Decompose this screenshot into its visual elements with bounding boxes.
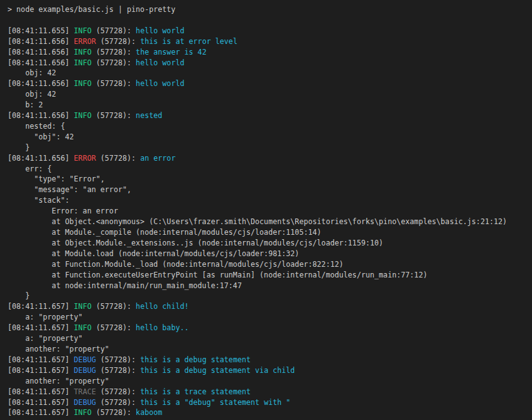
log-level: INFO <box>74 111 92 120</box>
log-detail-line: obj: 42 <box>8 89 532 100</box>
log-detail-line: another: "property" <box>8 344 532 355</box>
log-message: an error <box>140 154 175 163</box>
log-detail-line: "obj": 42 <box>8 132 532 143</box>
log-detail-line: "message": "an error", <box>8 185 532 195</box>
log-pid: (57728): <box>96 366 140 375</box>
log-timestamp: [08:41:11.656] <box>8 79 74 88</box>
log-line: [08:41:11.656] ERROR (57728): an error <box>8 153 532 164</box>
log-level: TRACE <box>74 387 96 396</box>
log-timestamp: [08:41:11.657] <box>8 355 74 364</box>
command-line: > node examples/basic.js | pino-pretty <box>8 4 532 15</box>
log-level: INFO <box>74 323 92 332</box>
log-detail-line: at Module._compile (node:internal/module… <box>8 227 532 238</box>
log-timestamp: [08:41:11.657] <box>8 366 74 375</box>
log-message: kaboom <box>136 408 162 417</box>
log-detail-line: at Module.load (node:internal/modules/cj… <box>8 249 532 259</box>
log-detail-line: b: 2 <box>8 100 532 110</box>
log-detail-line: } <box>8 143 532 153</box>
log-detail-line: nested: { <box>8 121 532 132</box>
log-detail-line: at Function.Module._load (node:internal/… <box>8 259 532 270</box>
log-pid: (57728): <box>92 323 136 332</box>
log-pid: (57728): <box>92 79 136 88</box>
log-timestamp: [08:41:11.657] <box>8 323 74 332</box>
log-timestamp: [08:41:11.657] <box>8 302 74 311</box>
log-pid: (57728): <box>92 26 136 35</box>
log-pid: (57728): <box>92 408 136 417</box>
log-level: INFO <box>74 58 92 67</box>
log-pid: (57728): <box>96 387 140 396</box>
log-detail-line: err: { <box>8 164 532 175</box>
log-pid: (57728): <box>96 154 140 163</box>
log-level: INFO <box>74 408 92 417</box>
log-detail-line: } <box>8 291 532 301</box>
log-pid: (57728): <box>92 302 136 311</box>
log-level: ERROR <box>74 154 96 163</box>
log-timestamp: [08:41:11.657] <box>8 398 74 407</box>
log-level: DEBUG <box>74 355 96 364</box>
log-detail-line: at Object.Module._extensions..js (node:i… <box>8 238 532 249</box>
log-line: [08:41:11.657] INFO (57728): hello child… <box>8 301 532 312</box>
log-line: [08:41:11.657] INFO (57728): hello baby.… <box>8 323 532 333</box>
log-pid: (57728): <box>96 355 140 364</box>
log-detail-line: obj: 42 <box>8 68 532 78</box>
log-line: [08:41:11.656] INFO (57728): hello world <box>8 78 532 89</box>
log-line: [08:41:11.656] INFO (57728): the answer … <box>8 47 532 58</box>
log-timestamp: [08:41:11.656] <box>8 37 74 46</box>
blank-line <box>8 15 532 26</box>
log-line: [08:41:11.657] DEBUG (57728): this is a … <box>8 397 532 408</box>
log-detail-line: "stack": <box>8 195 532 206</box>
log-line: [08:41:11.656] INFO (57728): nested <box>8 110 532 121</box>
log-message: this is a trace statement <box>140 387 251 396</box>
log-detail-line: "type": "Error", <box>8 174 532 185</box>
log-line: [08:41:11.656] INFO (57728): hello world <box>8 58 532 68</box>
log-message: hello world <box>136 79 184 88</box>
log-timestamp: [08:41:11.656] <box>8 154 74 163</box>
log-level: INFO <box>74 26 92 35</box>
log-line: [08:41:11.655] INFO (57728): hello world <box>8 26 532 36</box>
log-pid: (57728): <box>92 111 136 120</box>
terminal-canvas[interactable]: > node examples/basic.js | pino-pretty [… <box>0 0 532 420</box>
log-level: INFO <box>74 48 92 57</box>
log-pid: (57728): <box>96 37 140 46</box>
terminal-output: [08:41:11.655] INFO (57728): hello world… <box>8 26 532 419</box>
log-timestamp: [08:41:11.656] <box>8 58 74 67</box>
log-detail-line: at Function.executeUserEntryPoint [as ru… <box>8 270 532 281</box>
log-level: ERROR <box>74 37 96 46</box>
log-level: INFO <box>74 79 92 88</box>
log-pid: (57728): <box>96 398 140 407</box>
log-detail-line: Error: an error <box>8 206 532 217</box>
log-timestamp: [08:41:11.657] <box>8 408 74 417</box>
log-message: hello world <box>136 26 184 35</box>
log-timestamp: [08:41:11.656] <box>8 111 74 120</box>
log-detail-line: another: "property" <box>8 376 532 387</box>
log-message: nested <box>136 111 162 120</box>
log-line: [08:41:11.657] DEBUG (57728): this is a … <box>8 355 532 365</box>
log-message: hello child! <box>136 302 188 311</box>
log-detail-line: at node:internal/main/run_main_module:17… <box>8 281 532 291</box>
log-line: [08:41:11.656] ERROR (57728): this is at… <box>8 36 532 47</box>
log-level: DEBUG <box>74 398 96 407</box>
log-timestamp: [08:41:11.656] <box>8 48 74 57</box>
log-detail-line: at Object.<anonymous> (C:\Users\frazer.s… <box>8 217 532 227</box>
log-timestamp: [08:41:11.655] <box>8 26 74 35</box>
log-message: this is at error level <box>140 37 237 46</box>
log-pid: (57728): <box>92 48 136 57</box>
log-pid: (57728): <box>92 58 136 67</box>
log-message: hello world <box>136 58 184 67</box>
log-line: [08:41:11.657] DEBUG (57728): this is a … <box>8 365 532 376</box>
log-message: hello baby.. <box>136 323 188 332</box>
log-timestamp: [08:41:11.657] <box>8 387 74 396</box>
log-message: the answer is 42 <box>136 48 207 57</box>
log-message: this is a debug statement via child <box>140 366 295 375</box>
log-message: this is a "debug" statement with " <box>140 398 290 407</box>
log-line: [08:41:11.657] TRACE (57728): this is a … <box>8 387 532 397</box>
log-detail-line: a: "property" <box>8 333 532 344</box>
log-line: [08:41:11.657] INFO (57728): kaboom <box>8 407 532 418</box>
log-message: this is a debug statement <box>140 355 251 364</box>
log-level: INFO <box>74 302 92 311</box>
log-detail-line: a: "property" <box>8 312 532 323</box>
log-level: DEBUG <box>74 366 96 375</box>
